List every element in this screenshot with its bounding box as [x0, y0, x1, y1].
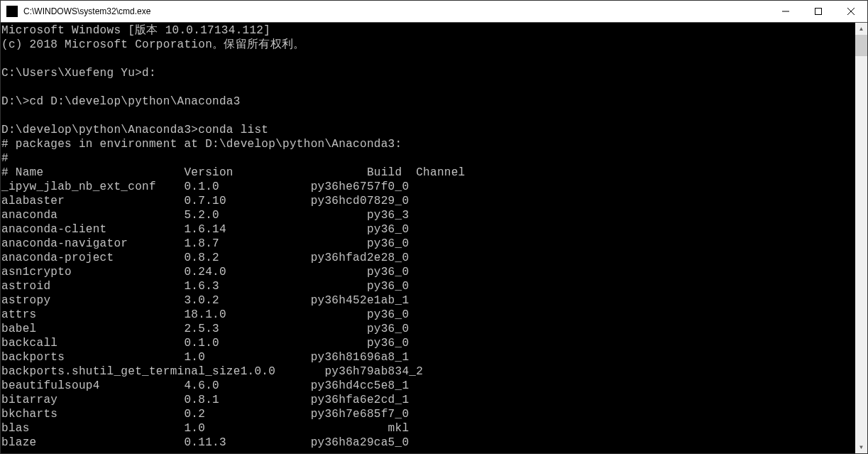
terminal-line: alabaster 0.7.10 py36hcd07829_0: [1, 194, 852, 208]
terminal-line: backports.shutil_get_terminal_size1.0.0 …: [1, 364, 852, 379]
terminal-line: # Name Version Build Channel: [1, 166, 852, 180]
terminal-line: backports 1.0 py36h81696a8_1: [1, 350, 852, 364]
scroll-down-arrow-icon[interactable]: ▼: [855, 441, 867, 453]
terminal-line: bitarray 0.8.1 py36hfa6e2cd_1: [1, 393, 852, 407]
terminal-line: [1, 109, 852, 123]
titlebar: C:\WINDOWS\system32\cmd.exe: [1, 1, 867, 23]
terminal-line: blas 1.0 mkl: [1, 421, 852, 436]
terminal-line: backcall 0.1.0 py36_0: [1, 336, 852, 350]
terminal-line: blaze 0.11.3 py36h8a29ca5_0: [1, 436, 852, 450]
terminal-line: astropy 3.0.2 py36h452e1ab_1: [1, 293, 852, 308]
terminal-container: Microsoft Windows [版本 10.0.17134.112](c)…: [1, 23, 867, 453]
terminal-line: Microsoft Windows [版本 10.0.17134.112]: [1, 23, 852, 38]
terminal-line: beautifulsoup4 4.6.0 py36hd4cc5e8_1: [1, 379, 852, 393]
window-title: C:\WINDOWS\system32\cmd.exe: [22, 6, 769, 16]
minimize-button[interactable]: [769, 1, 802, 22]
terminal-line: attrs 18.1.0 py36_0: [1, 308, 852, 322]
terminal-line: [1, 52, 852, 66]
terminal-line: _ipyw_jlab_nb_ext_conf 0.1.0 py36he6757f…: [1, 180, 852, 194]
terminal-line: anaconda 5.2.0 py36_3: [1, 208, 852, 222]
terminal-line: astroid 1.6.3 py36_0: [1, 279, 852, 293]
terminal-line: bkcharts 0.2 py36h7e685f7_0: [1, 407, 852, 421]
cmd-icon: [6, 6, 18, 17]
scroll-up-arrow-icon[interactable]: ▲: [855, 23, 867, 35]
terminal-line: D:\>cd D:\develop\python\Anaconda3: [1, 94, 852, 109]
maximize-button[interactable]: [802, 1, 835, 22]
terminal-line: anaconda-project 0.8.2 py36hfad2e28_0: [1, 251, 852, 265]
vertical-scrollbar[interactable]: ▲ ▼: [855, 23, 867, 453]
terminal-line: anaconda-client 1.6.14 py36_0: [1, 222, 852, 237]
terminal-line: asn1crypto 0.24.0 py36_0: [1, 265, 852, 279]
terminal-line: (c) 2018 Microsoft Corporation。保留所有权利。: [1, 38, 852, 52]
scroll-track[interactable]: [855, 35, 867, 441]
window-controls: [769, 1, 867, 22]
terminal-output[interactable]: Microsoft Windows [版本 10.0.17134.112](c)…: [1, 23, 855, 453]
scroll-thumb[interactable]: [855, 35, 867, 56]
terminal-line: C:\Users\Xuefeng Yu>d:: [1, 66, 852, 80]
maximize-icon: [815, 8, 822, 15]
terminal-line: anaconda-navigator 1.8.7 py36_0: [1, 237, 852, 251]
svg-rect-1: [815, 9, 822, 15]
terminal-line: D:\develop\python\Anaconda3>conda list: [1, 123, 852, 137]
close-icon: [847, 8, 855, 15]
minimize-icon: [782, 8, 789, 15]
terminal-line: [1, 80, 852, 94]
terminal-line: # packages in environment at D:\develop\…: [1, 137, 852, 151]
close-button[interactable]: [835, 1, 867, 22]
terminal-line: #: [1, 151, 852, 166]
terminal-line: babel 2.5.3 py36_0: [1, 322, 852, 336]
